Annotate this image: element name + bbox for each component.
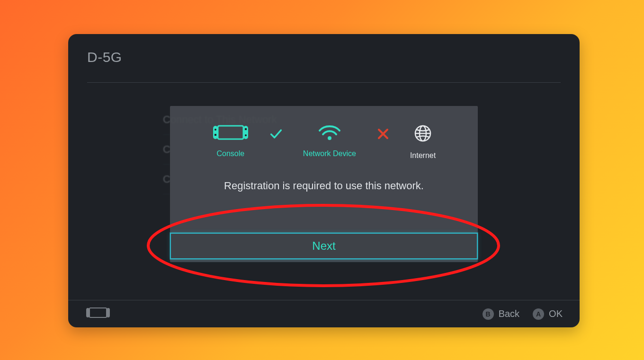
status-console: Console: [212, 124, 249, 158]
controller-icon: [85, 307, 111, 321]
next-button[interactable]: Next: [170, 233, 478, 259]
ok-hint[interactable]: A OK: [533, 308, 563, 320]
svg-rect-6: [215, 134, 216, 136]
ok-label: OK: [549, 308, 563, 319]
wifi-icon: [318, 124, 341, 143]
console-icon: [212, 124, 249, 143]
header: D-5G: [68, 34, 580, 74]
globe-icon: [413, 124, 432, 145]
svg-rect-1: [213, 126, 218, 139]
svg-point-4: [245, 134, 247, 136]
console-screen: D-5G Connect to This Network C C: [68, 34, 580, 327]
status-console-label: Console: [216, 149, 244, 158]
status-network-device: Network Device: [303, 124, 356, 158]
footer-bar: B Back A OK: [68, 300, 580, 327]
checkmark-icon: [270, 128, 282, 140]
next-button-label: Next: [312, 239, 335, 253]
svg-rect-2: [243, 126, 248, 139]
a-button-icon: A: [533, 308, 544, 320]
b-button-icon: B: [483, 308, 494, 320]
svg-rect-14: [107, 308, 110, 317]
back-hint[interactable]: B Back: [483, 308, 519, 320]
header-divider: [87, 82, 561, 83]
dialog-message: Registration is required to use this net…: [224, 180, 424, 192]
page-title: D-5G: [87, 49, 561, 65]
svg-rect-0: [218, 126, 243, 139]
svg-rect-13: [86, 308, 89, 317]
svg-rect-12: [89, 308, 107, 317]
status-network-label: Network Device: [303, 149, 356, 158]
x-icon: [377, 128, 389, 140]
status-internet: Internet: [410, 124, 436, 160]
status-internet-label: Internet: [410, 151, 436, 160]
svg-point-3: [215, 129, 216, 131]
svg-point-7: [328, 136, 331, 140]
status-row: Console Network Device: [212, 124, 436, 160]
svg-rect-5: [245, 128, 247, 130]
back-label: Back: [499, 308, 519, 319]
